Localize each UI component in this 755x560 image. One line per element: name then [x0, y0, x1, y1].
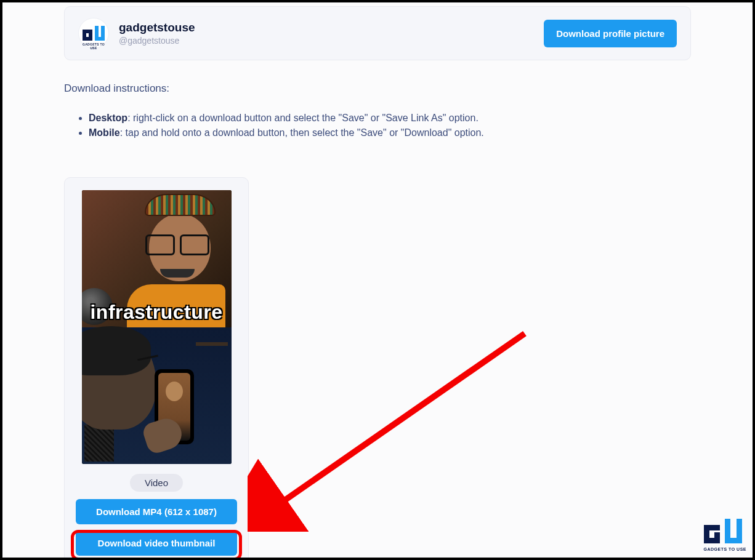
- svg-rect-15: [725, 538, 742, 543]
- avatar: GADGETS TO USE: [78, 18, 109, 49]
- svg-rect-3: [83, 37, 92, 41]
- svg-rect-12: [704, 538, 720, 543]
- download-video-thumbnail-button[interactable]: Download video thumbnail: [76, 530, 237, 556]
- thumbnail-caption: infrastructure: [82, 301, 232, 324]
- instruction-desktop-label: Desktop: [89, 113, 127, 123]
- download-instructions: Download instructions: Desktop: right-cl…: [64, 82, 691, 140]
- profile-left: GADGETS TO USE gadgetstouse @gadgetstous…: [78, 18, 195, 49]
- instruction-desktop-text: : right-click on a download button and s…: [127, 113, 478, 123]
- profile-text: gadgetstouse @gadgetstouse: [119, 21, 195, 46]
- profile-card: GADGETS TO USE gadgetstouse @gadgetstous…: [64, 6, 691, 60]
- media-type-badge: Video: [130, 474, 183, 492]
- instructions-title: Download instructions:: [64, 82, 691, 95]
- avatar-sublabel: GADGETS TO USE: [83, 42, 105, 50]
- download-mp4-button[interactable]: Download MP4 (612 x 1087): [76, 499, 237, 524]
- svg-rect-6: [95, 37, 105, 41]
- instruction-mobile: Mobile: tap and hold onto a download but…: [89, 126, 691, 140]
- watermark-logo-icon: [704, 519, 745, 546]
- svg-rect-11: [714, 532, 720, 538]
- avatar-logo-icon: [83, 26, 105, 41]
- svg-rect-1: [83, 30, 92, 33]
- watermark-text: GADGETS TO USE: [704, 547, 747, 551]
- profile-name: gadgetstouse: [119, 21, 195, 34]
- video-card: infrastructure Video Download MP4 (612 x…: [64, 177, 249, 560]
- video-thumbnail: infrastructure: [82, 190, 232, 464]
- svg-rect-2: [89, 33, 92, 37]
- watermark: GADGETS TO USE: [704, 519, 747, 551]
- instruction-desktop: Desktop: right-click on a download butto…: [89, 111, 691, 126]
- instruction-mobile-label: Mobile: [89, 127, 120, 138]
- profile-handle: @gadgetstouse: [119, 36, 195, 46]
- download-profile-picture-button[interactable]: Download profile picture: [544, 20, 677, 47]
- svg-rect-10: [704, 525, 720, 530]
- instruction-mobile-text: : tap and hold onto a download button, t…: [120, 127, 484, 138]
